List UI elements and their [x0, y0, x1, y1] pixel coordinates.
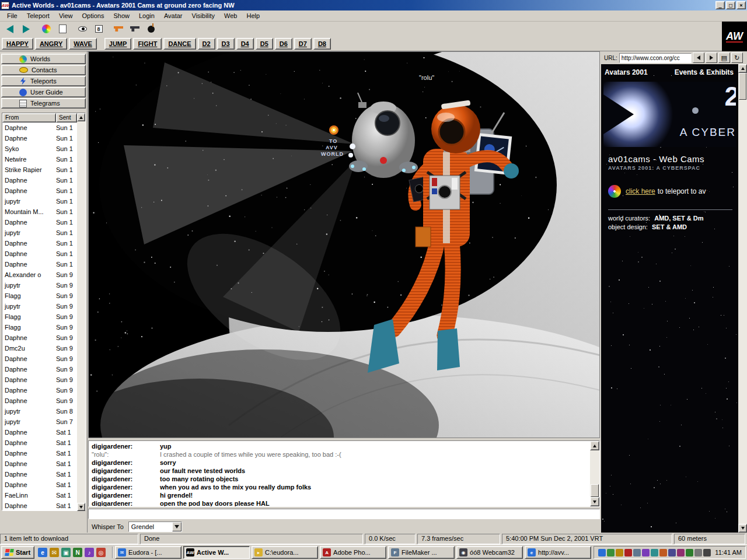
telegram-row[interactable]: jupytrSun 1 — [2, 196, 77, 206]
telegram-row[interactable]: FlaggSun 9 — [2, 322, 77, 332]
link-events-exhibits[interactable]: Events & Exhibits — [675, 68, 734, 76]
banner-image[interactable]: 2 A CYBER — [603, 82, 736, 147]
task-eudora[interactable]: ✉Eudora - [... — [115, 546, 181, 559]
web-scrollbar[interactable] — [738, 64, 747, 533]
antivirus-icon[interactable] — [624, 549, 632, 556]
action-dance[interactable]: DANCE — [163, 38, 196, 50]
scroll-down-icon[interactable] — [590, 497, 599, 506]
telegram-row[interactable]: FlaggSun 9 — [2, 290, 77, 301]
column-header-sent[interactable]: Sent — [56, 113, 77, 123]
telegram-row[interactable]: DaphneSun 1 — [2, 133, 77, 144]
action-jump[interactable]: JUMP — [104, 38, 132, 50]
telegram-row[interactable]: DaphneSun 1 — [2, 238, 77, 249]
cpu-icon[interactable] — [694, 549, 702, 556]
media-icon[interactable]: ♪ — [85, 548, 94, 557]
telegram-row[interactable]: Dmc2uSun 9 — [2, 343, 77, 354]
scroll-up-icon[interactable] — [77, 113, 85, 121]
telegram-row[interactable]: DaphneSun 1 — [2, 123, 77, 133]
power-icon[interactable] — [642, 549, 650, 556]
forward-arrow-icon[interactable] — [19, 23, 34, 35]
telegram-row[interactable]: Strike RapierSun 1 — [2, 164, 77, 175]
task-http-avv[interactable]: ehttp://avv... — [525, 546, 591, 559]
scroll-up-icon[interactable] — [738, 64, 747, 73]
action-d4[interactable]: D4 — [236, 38, 254, 50]
scroll-down-icon[interactable] — [77, 503, 85, 511]
telegram-row[interactable]: DaphneSun 1 — [2, 249, 77, 259]
menu-file[interactable]: File — [2, 11, 22, 20]
telegram-row[interactable]: DaphneSat 1 — [2, 427, 77, 438]
3d-world-view[interactable]: TO AVV WORLD — [88, 51, 600, 438]
scroll-up-icon[interactable] — [590, 441, 599, 450]
menu-avatar[interactable]: Avatar — [159, 11, 187, 20]
menu-help[interactable]: Help — [242, 11, 264, 20]
telegram-row[interactable]: DaphneSat 1 — [2, 480, 77, 490]
action-d7[interactable]: D7 — [294, 38, 312, 50]
task-adobe-pho[interactable]: AAdobe Pho... — [320, 546, 386, 559]
volume-icon[interactable] — [598, 549, 606, 556]
scroll-down-icon[interactable] — [738, 524, 747, 533]
scrollbar-thumb[interactable] — [739, 73, 746, 100]
telegram-row[interactable]: DaphneSat 1 — [2, 469, 77, 480]
column-header-from[interactable]: From — [2, 113, 56, 123]
url-input[interactable] — [619, 53, 692, 63]
telegram-row[interactable]: DaphneSun 1 — [2, 175, 77, 186]
graphics-icon[interactable] — [659, 549, 667, 556]
telegram-row[interactable]: DaphneSun 9 — [2, 374, 77, 385]
dice-icon[interactable]: 8 — [91, 23, 106, 35]
web-print-button[interactable]: ▤ — [718, 52, 730, 63]
gesture-angry[interactable]: ANGRY — [35, 38, 67, 50]
sidebar-item-contacts[interactable]: Contacts — [1, 65, 86, 75]
task-c-eudora[interactable]: ▸C:\eudora... — [252, 546, 318, 559]
telegram-row[interactable]: jupytrSun 9 — [2, 280, 77, 290]
link-avatars-2001[interactable]: Avatars 2001 — [605, 68, 648, 76]
scheduler-icon[interactable] — [633, 549, 641, 556]
telegram-row[interactable]: ALexander oSun 9 — [2, 270, 77, 280]
telegram-row[interactable]: DaphneSun 1 — [2, 186, 77, 196]
ie-icon[interactable]: e — [38, 548, 47, 557]
action-d8[interactable]: D8 — [313, 38, 331, 50]
netscape-icon[interactable]: N — [73, 548, 82, 557]
modem-icon[interactable] — [651, 549, 658, 556]
web-forward-button[interactable] — [706, 52, 717, 63]
telegram-row[interactable]: DaphneSat 1 — [2, 501, 77, 511]
whisper-target-select[interactable]: Grendel — [128, 522, 182, 532]
telegram-row[interactable]: jupytrSun 8 — [2, 406, 77, 416]
back-arrow-icon[interactable] — [2, 23, 18, 35]
menu-web[interactable]: Web — [219, 11, 242, 20]
telegram-row[interactable]: SykoSun 1 — [2, 144, 77, 154]
minimize-button[interactable]: _ — [715, 1, 725, 9]
title-bar[interactable]: AW Active Worlds - av01cams - Avatars 20… — [0, 0, 747, 10]
task-filemaker[interactable]: FFileMaker ... — [388, 546, 455, 559]
channels-icon[interactable]: ◎ — [96, 548, 106, 557]
telegram-row[interactable]: DaphneSat 1 — [2, 438, 77, 448]
gesture-happy[interactable]: HAPPY — [2, 38, 33, 50]
telegram-row[interactable]: DaphneSat 1 — [2, 459, 77, 469]
telegram-row[interactable]: DaphneSun 9 — [2, 396, 77, 406]
sidebar-item-telegrams[interactable]: Telegrams — [1, 98, 86, 108]
chat-scrollbar[interactable] — [590, 441, 599, 506]
sidebar-item-worlds[interactable]: Worlds — [1, 54, 86, 64]
desktop-icon[interactable]: ▣ — [61, 548, 71, 557]
scrollbar-thumb[interactable] — [591, 484, 599, 497]
card-icon[interactable] — [55, 23, 70, 35]
telegram-row[interactable]: DaphneSat 1 — [2, 448, 77, 459]
menu-visibility[interactable]: Visibility — [187, 11, 220, 20]
telegram-row[interactable]: DaphneSun 1 — [2, 259, 77, 270]
teleport-link[interactable]: click here — [626, 187, 655, 195]
menu-show[interactable]: Show — [109, 11, 134, 20]
web-refresh-button[interactable]: ↻ — [731, 52, 743, 63]
mixer-icon[interactable] — [668, 549, 676, 556]
telegram-row[interactable]: FaeLinnSat 1 — [2, 490, 77, 501]
telegram-row[interactable]: DaphneSun 1 — [2, 217, 77, 228]
printer-icon[interactable] — [703, 549, 711, 556]
close-button[interactable]: × — [736, 1, 746, 9]
menu-teleport[interactable]: Teleport — [22, 11, 54, 20]
telegram-row[interactable]: jupytrSun 7 — [2, 416, 77, 427]
telegram-row[interactable]: jupytrSun 9 — [2, 301, 77, 312]
telegram-row[interactable]: DaphneSun 9 — [2, 332, 77, 343]
sidebar-item-teleports[interactable]: Teleports — [1, 76, 86, 86]
maximize-button[interactable]: □ — [726, 1, 735, 9]
telegram-row[interactable]: DaphneSun 9 — [2, 385, 77, 396]
action-fight[interactable]: FIGHT — [133, 38, 162, 50]
telegram-row[interactable]: Mountain M...Sun 1 — [2, 206, 77, 217]
